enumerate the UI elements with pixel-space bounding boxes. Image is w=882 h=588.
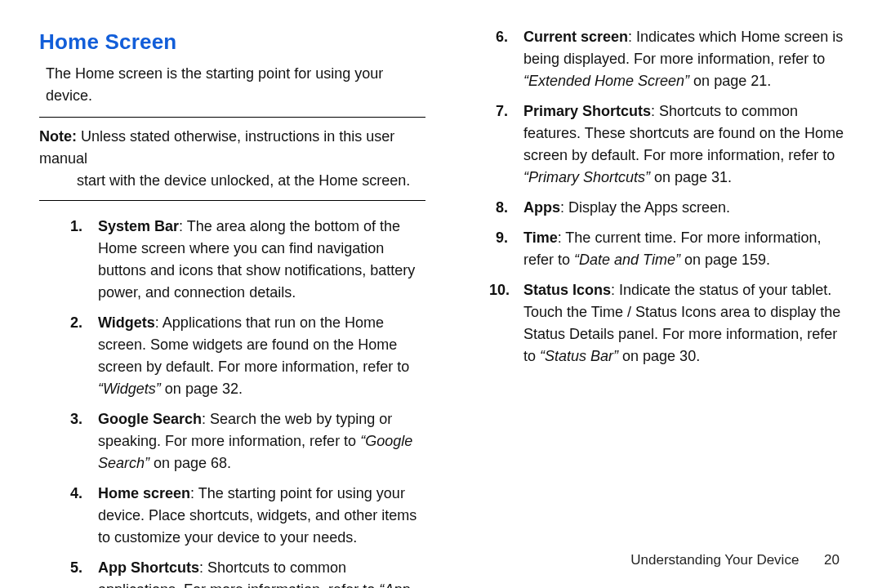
note-line2: start with the device unlocked, at the H…	[39, 170, 421, 192]
item-term: Time	[523, 229, 558, 246]
item-text-tail: on page 32.	[161, 381, 243, 397]
item-term: Widgets	[98, 314, 155, 331]
item-ref: “Date and Time”	[574, 252, 680, 268]
item-text-tail: on page 21.	[689, 73, 771, 89]
item-term: Home screen	[98, 485, 190, 501]
list-item: 4. Home screen: The starting point for u…	[98, 483, 425, 549]
item-text: : Display the Apps screen.	[560, 199, 730, 216]
left-column: Home Screen The Home screen is the start…	[39, 26, 445, 565]
item-number: 5.	[70, 557, 82, 579]
item-text-tail: on page 31.	[650, 169, 732, 185]
item-text-tail: on page 159.	[680, 252, 770, 268]
list-item: 9. Time: The current time. For more info…	[523, 227, 851, 271]
item-number: 9.	[496, 227, 508, 249]
right-column: 6. Current screen: Indicates which Home …	[445, 26, 851, 565]
footer-section: Understanding Your Device	[630, 552, 799, 568]
intro-text: The Home screen is the starting point fo…	[46, 63, 425, 107]
list-item: 8. Apps: Display the Apps screen.	[523, 197, 851, 219]
item-ref: “Widgets”	[98, 381, 161, 397]
list-item: 6. Current screen: Indicates which Home …	[523, 26, 851, 92]
list-item: 3. Google Search: Search the web by typi…	[98, 408, 425, 474]
list-item: 5. App Shortcuts: Shortcuts to common ap…	[98, 557, 425, 588]
section-title: Home Screen	[39, 26, 425, 58]
list-item: 1. System Bar: The area along the bottom…	[98, 216, 425, 304]
item-term: System Bar	[98, 218, 179, 234]
item-ref: “Status Bar”	[540, 348, 618, 364]
item-term: Apps	[523, 199, 560, 216]
item-number: 10.	[489, 279, 510, 301]
list-item: 2. Widgets: Applications that run on the…	[98, 312, 425, 400]
item-text-tail: on page 30.	[618, 348, 700, 364]
list-item: 7. Primary Shortcuts: Shortcuts to commo…	[523, 100, 851, 189]
item-number: 7.	[496, 100, 508, 122]
item-ref: “Primary Shortcuts”	[523, 169, 650, 185]
item-number: 8.	[496, 197, 508, 219]
note-block: Note: Unless stated otherwise, instructi…	[39, 117, 425, 201]
footer-page-number: 20	[824, 552, 840, 568]
note-label: Note:	[39, 128, 77, 145]
item-term: Current screen	[523, 29, 628, 45]
item-number: 3.	[70, 408, 82, 430]
page-footer: Understanding Your Device 20	[630, 552, 840, 568]
list-left: 1. System Bar: The area along the bottom…	[39, 216, 425, 588]
item-term: Google Search	[98, 411, 202, 427]
item-term: Primary Shortcuts	[523, 103, 651, 119]
list-item: 10. Status Icons: Indicate the status of…	[523, 279, 851, 368]
item-term: App Shortcuts	[98, 559, 199, 576]
item-number: 4.	[70, 483, 82, 505]
item-term: Status Icons	[523, 282, 611, 298]
item-number: 6.	[496, 26, 508, 48]
item-number: 2.	[70, 312, 82, 334]
item-text-tail: on page 68.	[149, 455, 231, 471]
item-number: 1.	[70, 216, 82, 238]
manual-page: Home Screen The Home screen is the start…	[0, 0, 882, 588]
item-ref: “Extended Home Screen”	[523, 73, 689, 89]
note-line1: Unless stated otherwise, instructions in…	[39, 128, 394, 167]
list-right: 6. Current screen: Indicates which Home …	[465, 26, 851, 368]
